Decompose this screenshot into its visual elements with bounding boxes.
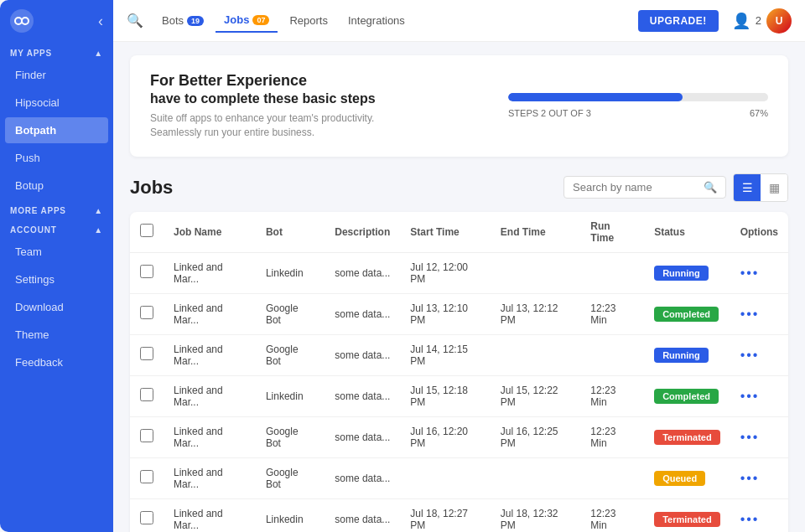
banner-heading1: For Better Experience (150, 72, 410, 90)
cell-job-name-3: Linked and Mar... (164, 375, 256, 416)
nav-item-bots[interactable]: Bots 19 (153, 9, 212, 32)
jobs-badge: 07 (252, 15, 269, 25)
cell-job-name-5: Linked and Mar... (164, 457, 256, 498)
progress-bar-inner (508, 93, 683, 101)
sidebar-item-botpath[interactable]: Botpath (5, 117, 108, 143)
table-row: Linked and Mar... Google Bot some data..… (130, 293, 788, 334)
cell-job-name-1: Linked and Mar... (164, 293, 256, 334)
avatar: U (766, 8, 792, 34)
jobs-header: Jobs 🔍 ☰ ▦ (130, 173, 788, 202)
options-button-6[interactable]: ••• (740, 512, 760, 526)
options-button-1[interactable]: ••• (740, 307, 760, 321)
status-badge-1: Completed (654, 307, 719, 322)
options-button-4[interactable]: ••• (740, 430, 760, 444)
cell-bot-2: Google Bot (256, 334, 325, 375)
svg-point-0 (15, 18, 22, 24)
sidebar-item-botup[interactable]: Botup (5, 173, 108, 199)
cell-bot-3: Linkedin (256, 375, 325, 416)
page-content: For Better Experience have to complete t… (113, 42, 805, 532)
select-all-checkbox[interactable] (140, 224, 153, 237)
top-navigation: 🔍 Bots 19 Jobs 07 Reports Integrations U… (113, 0, 805, 42)
nav-item-jobs[interactable]: Jobs 07 (216, 8, 278, 33)
table-row: Linked and Mar... Google Bot some data..… (130, 416, 788, 457)
row-checkbox-5[interactable] (140, 470, 153, 483)
options-button-0[interactable]: ••• (740, 266, 760, 280)
cell-options-1[interactable]: ••• (730, 293, 788, 334)
status-badge-3: Completed (654, 389, 719, 404)
cell-bot-6: Linkedin (256, 498, 325, 532)
progress-percent: 67% (750, 108, 768, 118)
sidebar-item-theme[interactable]: Theme (5, 322, 108, 348)
search-icon: 🔍 (704, 181, 717, 194)
cell-bot-5: Google Bot (256, 457, 325, 498)
options-button-3[interactable]: ••• (740, 389, 760, 403)
nav-item-reports[interactable]: Reports (281, 9, 336, 32)
sidebar-item-finder[interactable]: Finder (5, 62, 108, 88)
cell-end-time-0 (491, 252, 581, 293)
row-checkbox-0[interactable] (140, 265, 153, 278)
my-apps-section-label: MY APPS ▲ (0, 42, 113, 61)
cell-options-6[interactable]: ••• (730, 498, 788, 532)
back-icon[interactable]: ‹ (98, 13, 103, 30)
cell-options-4[interactable]: ••• (730, 416, 788, 457)
sidebar-item-feedback[interactable]: Feedback (5, 349, 108, 375)
cell-run-time-4: 12:23 Min (580, 416, 644, 457)
bots-badge: 19 (187, 16, 204, 26)
cell-options-0[interactable]: ••• (730, 252, 788, 293)
user-count: 2 (756, 14, 761, 27)
cell-status-4: Terminated (644, 416, 730, 457)
options-button-2[interactable]: ••• (740, 348, 760, 362)
cell-end-time-5 (491, 457, 581, 498)
svg-point-1 (22, 18, 29, 24)
cell-run-time-2 (580, 334, 644, 375)
row-checkbox-4[interactable] (140, 429, 153, 442)
row-checkbox-1[interactable] (140, 306, 153, 319)
more-apps-arrow-icon: ▲ (94, 206, 103, 215)
list-view-button[interactable]: ☰ (734, 174, 761, 201)
cell-run-time-5 (580, 457, 644, 498)
user-menu[interactable]: 👤 2 U (732, 8, 792, 34)
search-input[interactable] (573, 181, 699, 194)
sidebar-item-download[interactable]: Download (5, 294, 108, 320)
status-badge-2: Running (654, 348, 709, 363)
col-description: Description (325, 212, 400, 253)
logo-icon (10, 9, 34, 33)
cell-description-1: some data... (325, 293, 400, 334)
options-button-5[interactable]: ••• (740, 471, 760, 485)
cell-start-time-5 (400, 457, 491, 498)
banner-heading2: have to complete these basic steps (150, 91, 410, 106)
cell-status-6: Terminated (644, 498, 730, 532)
search-icon[interactable]: 🔍 (127, 13, 143, 28)
sidebar-item-push[interactable]: Push (5, 145, 108, 171)
grid-view-button[interactable]: ▦ (761, 174, 787, 201)
cell-options-5[interactable]: ••• (730, 457, 788, 498)
table-row: Linked and Mar... Google Bot some data..… (130, 457, 788, 498)
user-icon: 👤 (732, 12, 750, 30)
sidebar-item-team[interactable]: Team (5, 239, 108, 265)
row-checkbox-2[interactable] (140, 347, 153, 360)
cell-options-3[interactable]: ••• (730, 375, 788, 416)
sidebar-item-settings[interactable]: Settings (5, 266, 108, 292)
upgrade-button[interactable]: UPGRADE! (638, 10, 719, 32)
cell-job-name-2: Linked and Mar... (164, 334, 256, 375)
progress-bar-outer (508, 93, 768, 101)
cell-job-name-4: Linked and Mar... (164, 416, 256, 457)
cell-description-3: some data... (325, 375, 400, 416)
status-badge-6: Terminated (654, 512, 719, 527)
col-status: Status (644, 212, 730, 253)
col-bot: Bot (256, 212, 325, 253)
cell-description-2: some data... (325, 334, 400, 375)
cell-start-time-6: Jul 18, 12:27 PM (400, 498, 491, 532)
account-arrow-icon: ▲ (94, 225, 103, 235)
row-checkbox-6[interactable] (140, 511, 153, 524)
sidebar-item-hipsocial[interactable]: Hipsocial (5, 90, 108, 116)
search-box[interactable]: 🔍 (564, 176, 726, 199)
cell-description-5: some data... (325, 457, 400, 498)
nav-item-integrations[interactable]: Integrations (340, 9, 413, 32)
row-checkbox-3[interactable] (140, 388, 153, 401)
cell-options-2[interactable]: ••• (730, 334, 788, 375)
cell-run-time-3: 12:23 Min (580, 375, 644, 416)
cell-description-4: some data... (325, 416, 400, 457)
progress-labels: STEPS 2 OUT OF 3 67% (508, 108, 768, 118)
cell-status-0: Running (644, 252, 730, 293)
